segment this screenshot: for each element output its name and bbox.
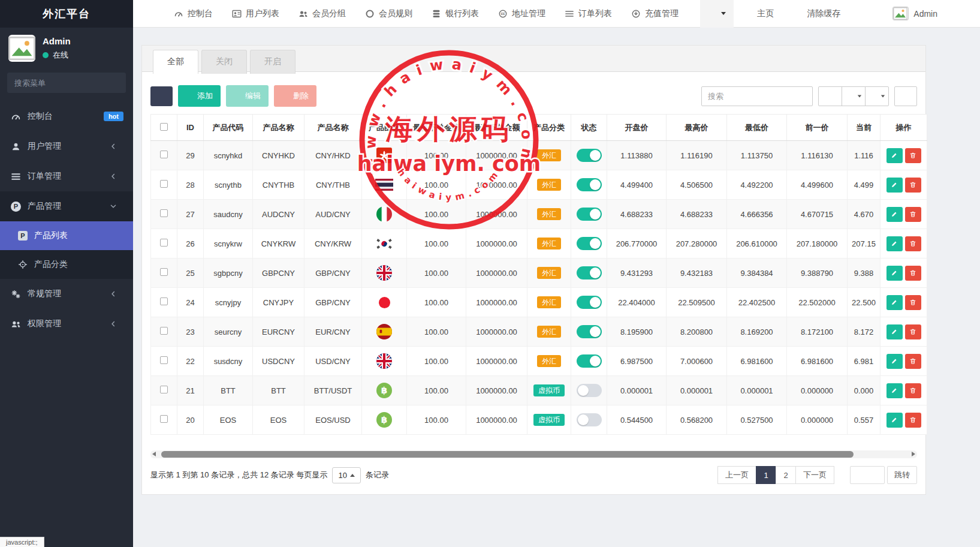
page-button-2[interactable]: 2: [776, 466, 796, 484]
delete-button[interactable]: 删除: [274, 85, 316, 107]
sidebar-toggle-button[interactable]: [133, 8, 164, 19]
status-toggle[interactable]: [577, 237, 602, 250]
tab-1[interactable]: 关闭: [201, 50, 247, 74]
navbar-item-2[interactable]: 会员分组: [289, 0, 355, 28]
row-edit-button[interactable]: [886, 148, 903, 163]
add-button[interactable]: 添加: [178, 85, 221, 107]
row-edit-button[interactable]: [886, 207, 903, 222]
status-toggle[interactable]: [577, 296, 602, 309]
row-checkbox[interactable]: [160, 327, 168, 335]
row-delete-button[interactable]: [905, 148, 921, 163]
row-delete-button[interactable]: [905, 207, 921, 222]
status-toggle[interactable]: [577, 384, 602, 397]
page-button-1[interactable]: 1: [756, 466, 776, 484]
row-delete-button[interactable]: [905, 413, 921, 428]
category-badge: 外汇: [537, 296, 561, 308]
row-edit-button[interactable]: [886, 354, 903, 369]
sidebar-search-input[interactable]: [7, 73, 126, 93]
row-checkbox[interactable]: [160, 415, 168, 423]
user-menu[interactable]: Admin: [883, 0, 947, 28]
sidebar-item-2[interactable]: 订单管理: [0, 161, 133, 191]
row-delete-button[interactable]: [905, 266, 921, 281]
row-checkbox[interactable]: [160, 386, 168, 393]
navbar-item-1[interactable]: 用户列表: [222, 0, 289, 28]
sidebar-item-4[interactable]: 常规管理: [0, 279, 133, 309]
navbar-item-6[interactable]: 订单列表: [555, 0, 622, 28]
navbar-item-4[interactable]: 银行列表: [422, 0, 489, 28]
columns-dropdown-button[interactable]: [842, 86, 866, 106]
status-toggle[interactable]: [577, 413, 602, 426]
avatar[interactable]: [8, 35, 35, 62]
next-page-button[interactable]: 下一页: [795, 466, 834, 484]
cell-open-price: 6.987500: [607, 347, 667, 376]
row-delete-button[interactable]: [905, 295, 921, 310]
prev-page-button[interactable]: 上一页: [717, 466, 756, 484]
row-edit-button[interactable]: [886, 383, 903, 398]
status-toggle[interactable]: [577, 325, 602, 338]
row-delete-button[interactable]: [905, 324, 921, 339]
cell-status: [571, 376, 607, 405]
edit-button[interactable]: 编辑: [226, 85, 269, 107]
sidebar-item-1[interactable]: 用户管理: [0, 131, 133, 161]
row-edit-button[interactable]: [886, 266, 903, 281]
row-edit-button[interactable]: [886, 295, 903, 310]
sidebar-item-3[interactable]: P产品管理: [0, 191, 133, 221]
row-delete-button[interactable]: [905, 236, 921, 251]
settings-button[interactable]: [947, 0, 980, 28]
sidebar-subitem-label: 产品分类: [34, 259, 68, 270]
fullscreen-button[interactable]: [850, 0, 883, 28]
row-checkbox[interactable]: [160, 356, 168, 364]
page-size-dropdown[interactable]: 10: [332, 467, 360, 483]
tab-2[interactable]: 开启: [250, 50, 295, 74]
pencil-icon: [891, 299, 898, 306]
tab-0[interactable]: 全部: [153, 50, 198, 74]
row-delete-button[interactable]: [905, 354, 921, 369]
status-toggle[interactable]: [577, 266, 602, 279]
navbar-item-5[interactable]: cc地址管理: [489, 0, 555, 28]
navbar-item-7[interactable]: 充值管理: [622, 0, 688, 28]
home-button[interactable]: 主页: [734, 0, 783, 28]
status-toggle[interactable]: [577, 178, 602, 191]
navbar-item-3[interactable]: 会员规则: [355, 0, 422, 28]
select-all-checkbox[interactable]: [160, 123, 168, 131]
search-button[interactable]: [894, 86, 917, 106]
scroll-right-arrow-icon[interactable]: [912, 452, 915, 456]
row-checkbox[interactable]: [160, 180, 168, 188]
refresh-button[interactable]: [150, 86, 173, 106]
horizontal-scrollbar[interactable]: [150, 450, 917, 458]
status-toggle[interactable]: [577, 208, 602, 221]
tabs-dropdown-button[interactable]: [700, 0, 734, 28]
sidebar-subitem-1[interactable]: 产品分类: [0, 250, 133, 279]
row-checkbox[interactable]: [160, 209, 168, 217]
row-checkbox[interactable]: [160, 268, 168, 276]
scrollbar-thumb[interactable]: [161, 451, 854, 458]
row-delete-button[interactable]: [905, 178, 921, 193]
recharge-icon: [631, 9, 641, 19]
table-search-input[interactable]: [701, 86, 813, 106]
status-toggle[interactable]: [577, 149, 602, 162]
sidebar-subitem-active-0[interactable]: P产品列表: [0, 221, 133, 250]
jump-button[interactable]: 跳转: [887, 466, 917, 484]
detail-view-button[interactable]: [818, 86, 842, 106]
order-list-icon: [11, 172, 21, 182]
navbar-item-0[interactable]: 控制台: [164, 0, 222, 28]
row-edit-button[interactable]: [886, 413, 903, 428]
sidebar-item-0[interactable]: 控制台hot: [0, 101, 133, 131]
row-delete-button[interactable]: [905, 383, 921, 398]
export-dropdown-button[interactable]: [865, 86, 889, 106]
cell-id: 25: [177, 259, 204, 288]
jump-page-input[interactable]: [850, 466, 885, 484]
table-view-button-group: [818, 86, 889, 106]
row-checkbox[interactable]: [160, 297, 168, 305]
table-row: 21 BTT BTT BTT/USDT ฿ 100.00 1000000.00 …: [151, 376, 927, 405]
row-edit-button[interactable]: [886, 236, 903, 251]
row-checkbox[interactable]: [160, 239, 168, 247]
row-checkbox[interactable]: [160, 151, 168, 158]
navbar-item-label: 订单列表: [578, 8, 612, 19]
sidebar-item-5[interactable]: 权限管理: [0, 309, 133, 339]
clear-cache-button[interactable]: 清除缓存: [783, 0, 850, 28]
row-edit-button[interactable]: [886, 324, 903, 339]
status-toggle[interactable]: [577, 354, 602, 368]
row-edit-button[interactable]: [886, 178, 903, 193]
scroll-left-arrow-icon[interactable]: [152, 452, 156, 456]
